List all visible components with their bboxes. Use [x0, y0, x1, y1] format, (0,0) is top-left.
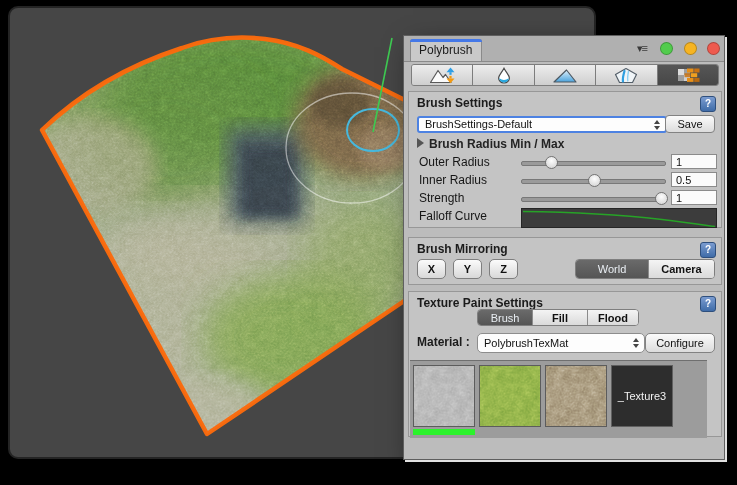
dropdown-stepper-icon	[653, 119, 661, 131]
texture-tile-dirt[interactable]	[545, 365, 607, 427]
tab-accent-stripe	[410, 39, 482, 42]
page: Polybrush ▾≡	[0, 0, 737, 485]
inner-radius-value[interactable]: 0.5	[671, 172, 717, 187]
brush-mirroring-title: Brush Mirroring	[417, 242, 508, 256]
inner-radius-row: Inner Radius 0.5	[409, 172, 721, 188]
texture-tile-texture3[interactable]: _Texture3	[611, 365, 673, 427]
traffic-light-yellow[interactable]	[684, 42, 697, 55]
save-button[interactable]: Save	[665, 115, 715, 133]
tab-polybrush[interactable]: Polybrush	[410, 39, 482, 61]
outer-radius-row: Outer Radius 1	[409, 154, 721, 170]
window-title: Polybrush	[419, 43, 472, 57]
outer-radius-slider[interactable]	[521, 161, 666, 166]
traffic-light-green[interactable]	[660, 42, 673, 55]
texture-paint-section: Texture Paint Settings ? Brush Fill Floo…	[408, 291, 722, 437]
tool-texture-paint[interactable]	[658, 65, 718, 85]
pane-menu-icon[interactable]: ▾≡	[632, 41, 652, 55]
slider-thumb[interactable]	[588, 174, 601, 187]
brush-settings-section: Brush Settings ? BrushSettings-Default S…	[408, 91, 722, 228]
material-dropdown[interactable]: PolybrushTexMat	[477, 333, 645, 353]
mirror-x-button[interactable]: X	[417, 259, 446, 279]
mode-flood-tab[interactable]: Flood	[588, 310, 638, 325]
selected-texture-indicator	[413, 429, 475, 435]
slider-thumb[interactable]	[655, 192, 668, 205]
texture-palette-well: _Texture3	[410, 360, 707, 438]
foldout-arrow-icon	[417, 138, 424, 148]
traffic-light-red[interactable]	[707, 42, 720, 55]
tool-sculpt-raise-lower[interactable]	[412, 65, 473, 85]
slider-thumb[interactable]	[545, 156, 558, 169]
brush-mirroring-section: Brush Mirroring ? X Y Z World Camera	[408, 237, 722, 285]
tool-smooth[interactable]	[473, 65, 534, 85]
tool-vertex-color[interactable]	[596, 65, 657, 85]
inner-radius-slider[interactable]	[521, 179, 666, 184]
help-icon[interactable]: ?	[700, 96, 716, 112]
falloff-curve	[522, 209, 716, 227]
dropdown-stepper-icon	[632, 337, 640, 349]
mode-brush-tab[interactable]: Brush	[478, 310, 533, 325]
water-drop-icon	[491, 67, 517, 84]
ramp-triangle-icon	[552, 67, 578, 84]
strength-row: Strength 1	[409, 190, 721, 206]
brush-radius-foldout[interactable]: Brush Radius Min / Max	[417, 137, 564, 151]
window-titlebar[interactable]: Polybrush ▾≡	[404, 36, 724, 62]
help-icon[interactable]: ?	[700, 242, 716, 258]
falloff-row: Falloff Curve	[409, 208, 721, 224]
space-world-option[interactable]: World	[576, 260, 649, 278]
texture-bricks-icon	[675, 67, 701, 84]
texture-tile-grass[interactable]	[479, 365, 541, 427]
tool-ramp[interactable]	[535, 65, 596, 85]
strength-slider[interactable]	[521, 197, 666, 202]
texture-tile-concrete[interactable]	[413, 365, 475, 427]
mirror-y-button[interactable]: Y	[453, 259, 482, 279]
brush-preset-dropdown[interactable]: BrushSettings-Default	[417, 116, 667, 133]
space-camera-option[interactable]: Camera	[649, 260, 714, 278]
falloff-curve-field[interactable]	[521, 208, 717, 228]
mountain-raise-lower-icon	[429, 67, 456, 84]
outer-radius-value[interactable]: 1	[671, 154, 717, 169]
strength-value[interactable]: 1	[671, 190, 717, 205]
mirror-space-toggle: World Camera	[575, 259, 715, 279]
material-label: Material :	[417, 335, 470, 349]
mode-toolbar	[411, 64, 719, 86]
paint-mode-tabs: Brush Fill Flood	[477, 309, 639, 326]
brush-settings-title: Brush Settings	[417, 96, 502, 110]
polybrush-window: Polybrush ▾≡	[403, 35, 725, 460]
mirror-z-button[interactable]: Z	[489, 259, 518, 279]
texture-paint-title: Texture Paint Settings	[417, 296, 543, 310]
configure-button[interactable]: Configure	[645, 333, 715, 353]
mode-fill-tab[interactable]: Fill	[533, 310, 588, 325]
prism-brush-icon	[613, 67, 639, 84]
help-icon[interactable]: ?	[700, 296, 716, 312]
